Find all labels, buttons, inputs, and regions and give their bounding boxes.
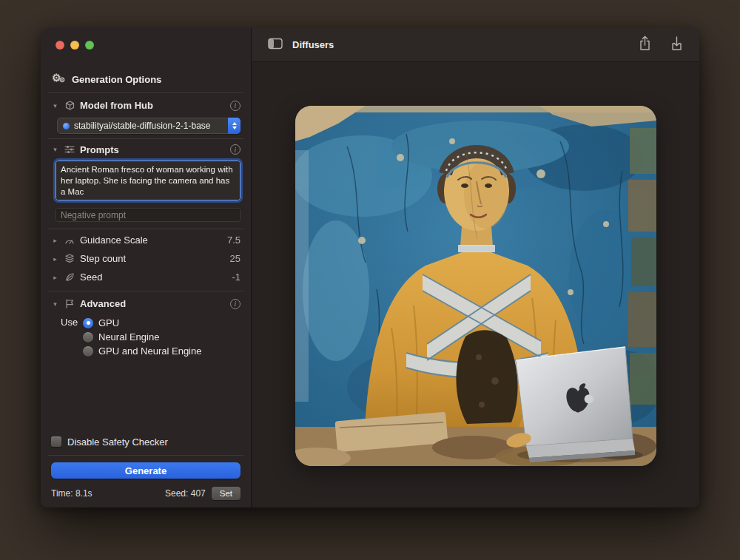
model-info-icon[interactable]: i — [230, 101, 240, 111]
guidance-scale-value: 7.5 — [227, 235, 240, 246]
prompts-sliders-icon — [64, 144, 75, 155]
time-status: Time: 8.1s — [51, 488, 92, 499]
radio-gpu-label: GPU — [98, 317, 119, 328]
app-window: ⚙⚙ Generation Options ▾ Model from Hub i… — [41, 28, 699, 507]
divider — [48, 455, 243, 456]
prompts-section-header[interactable]: ▾ Prompts i — [51, 139, 240, 160]
seed-icon — [64, 272, 75, 283]
fresco-illustration — [295, 106, 656, 466]
use-label: Use — [61, 316, 83, 328]
compute-unit-group: Use GPU Neural Engine GPU and Neural Eng… — [51, 316, 240, 358]
checkbox-icon[interactable] — [51, 436, 61, 447]
generated-image[interactable] — [295, 106, 656, 466]
model-section-header[interactable]: ▾ Model from Hub i — [51, 93, 240, 118]
sidebar: ⚙⚙ Generation Options ▾ Model from Hub i… — [41, 28, 252, 507]
status-bar: Time: 8.1s Seed: 407 Set — [51, 487, 240, 500]
title-bar: Diffusers — [252, 28, 699, 62]
seed-row[interactable]: ▸ Seed -1 — [51, 268, 240, 286]
chevron-down-icon[interactable]: ▾ — [51, 102, 59, 109]
chevron-down-icon[interactable]: ▾ — [51, 300, 59, 308]
window-controls — [51, 28, 240, 50]
radio-gpu[interactable]: GPU — [83, 316, 201, 330]
step-count-label: Step count — [80, 253, 126, 264]
canvas-area — [252, 62, 699, 507]
prompts-info-icon[interactable]: i — [230, 144, 240, 155]
window-title: Diffusers — [292, 39, 334, 50]
close-window-button[interactable] — [56, 41, 64, 50]
step-count-icon — [64, 254, 75, 264]
advanced-section-label: Advanced — [80, 298, 126, 309]
dropdown-stepper-icon[interactable] — [228, 118, 240, 134]
set-seed-button[interactable]: Set — [212, 487, 240, 500]
sidebar-header: ⚙⚙ Generation Options — [53, 73, 240, 85]
model-select[interactable]: stabilityai/stable-diffusion-2-1-base — [57, 118, 240, 134]
chevron-down-icon[interactable]: ▾ — [51, 146, 59, 153]
toggle-sidebar-icon[interactable] — [268, 38, 283, 53]
disable-safety-checker-label: Disable Safety Checker — [67, 436, 168, 448]
prompts-section-label: Prompts — [80, 144, 119, 155]
radio-unselected-icon[interactable] — [83, 332, 93, 343]
advanced-flag-icon — [64, 299, 75, 309]
radio-unselected-icon[interactable] — [83, 346, 93, 357]
minimize-window-button[interactable] — [70, 41, 79, 50]
radio-selected-icon[interactable] — [83, 318, 93, 328]
radio-gpu-and-neural-engine-label: GPU and Neural Engine — [98, 345, 201, 357]
seed-label: Seed — [80, 271, 102, 283]
step-count-row[interactable]: ▸ Step count 25 — [51, 249, 240, 268]
seed-status: Seed: 407 — [165, 488, 206, 499]
step-count-value: 25 — [230, 253, 240, 264]
model-dot-icon — [63, 123, 70, 129]
chevron-right-icon[interactable]: ▸ — [51, 255, 59, 263]
sidebar-title: Generation Options — [72, 74, 161, 85]
share-icon[interactable] — [639, 36, 651, 54]
guidance-scale-row[interactable]: ▸ Guidance Scale 7.5 — [51, 231, 240, 249]
advanced-section-header[interactable]: ▾ Advanced i — [51, 291, 240, 316]
chevron-right-icon[interactable]: ▸ — [51, 274, 59, 281]
radio-neural-engine-label: Neural Engine — [98, 331, 159, 343]
save-image-icon[interactable] — [670, 36, 683, 54]
guidance-scale-label: Guidance Scale — [80, 235, 148, 246]
radio-neural-engine[interactable]: Neural Engine — [83, 330, 201, 344]
model-selected-value: stabilityai/stable-diffusion-2-1-base — [74, 121, 211, 131]
generate-button[interactable]: Generate — [51, 462, 240, 479]
negative-prompt-input[interactable] — [56, 208, 240, 222]
advanced-info-icon[interactable]: i — [230, 299, 240, 309]
gears-icon: ⚙⚙ — [53, 73, 66, 85]
disable-safety-checker-row[interactable]: Disable Safety Checker — [51, 435, 240, 448]
model-section-label: Model from Hub — [80, 100, 153, 111]
zoom-window-button[interactable] — [85, 41, 94, 50]
main-area: Diffusers — [252, 28, 699, 507]
chevron-right-icon[interactable]: ▸ — [51, 237, 59, 244]
guidance-scale-icon — [64, 235, 75, 246]
radio-gpu-and-neural-engine[interactable]: GPU and Neural Engine — [83, 344, 201, 358]
prompt-input[interactable]: Ancient Roman fresco of woman working wi… — [56, 161, 240, 200]
seed-value: -1 — [232, 271, 240, 283]
sidebar-bottom: Disable Safety Checker Generate Time: 8.… — [51, 435, 240, 500]
model-cube-icon — [64, 101, 75, 111]
